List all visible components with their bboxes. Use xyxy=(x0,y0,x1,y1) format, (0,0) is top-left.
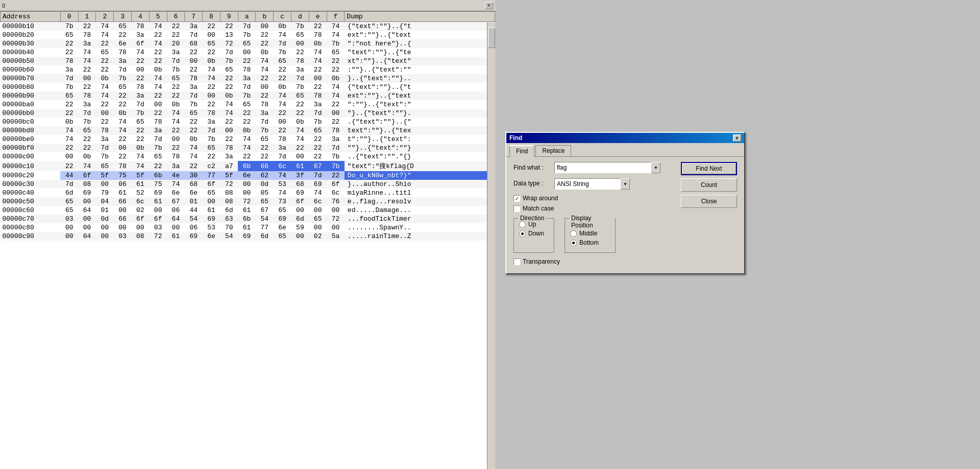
cell-byte: 65 xyxy=(96,161,114,171)
cell-byte: 74 xyxy=(185,152,203,161)
col-header-9: 9 xyxy=(220,12,238,22)
hex-editor: 0 × Address 0 1 2 3 4 5 6 7 8 9 a b xyxy=(0,0,495,469)
cell-byte: 0b xyxy=(291,118,309,126)
cell-byte: 78 xyxy=(78,91,96,100)
close-button[interactable]: Close xyxy=(681,195,737,208)
cell-byte: 63 xyxy=(220,215,238,223)
cell-byte[interactable]: 77 xyxy=(203,171,220,180)
cell-address: 00000b70 xyxy=(1,74,61,83)
cell-byte: 74 xyxy=(78,57,96,65)
cell-byte: 00 xyxy=(60,232,78,241)
cell-byte[interactable]: 7d xyxy=(309,171,327,180)
cell-byte[interactable]: 22 xyxy=(327,171,345,180)
position-middle-radio[interactable] xyxy=(570,230,577,237)
cell-byte: 61 xyxy=(238,206,256,215)
cell-byte: 00 xyxy=(327,223,345,232)
cell-byte[interactable]: 6b xyxy=(149,171,167,180)
cell-byte: 6f xyxy=(327,180,345,189)
cell-byte[interactable]: 75 xyxy=(114,171,132,180)
cell-byte[interactable]: 5f xyxy=(96,171,114,180)
cell-byte: 22 xyxy=(131,57,149,65)
cell-byte[interactable]: 74 xyxy=(274,171,291,180)
cell-byte: 3a xyxy=(149,126,167,135)
titlebar-close-button[interactable]: × xyxy=(485,2,493,9)
cell-byte[interactable]: 6c xyxy=(274,161,291,171)
cell-byte[interactable]: 61 xyxy=(291,161,309,171)
wrap-around-checkbox[interactable]: ✓ xyxy=(513,195,520,202)
cell-byte: 69 xyxy=(274,215,291,223)
cell-byte: 7d xyxy=(274,39,291,48)
cell-byte: 22 xyxy=(60,109,78,118)
cell-byte: 74 xyxy=(256,57,274,65)
cell-byte[interactable]: 3f xyxy=(291,171,309,180)
tab-find[interactable]: Find xyxy=(509,145,534,157)
tab-replace[interactable]: Replace xyxy=(535,145,571,156)
scrollbar[interactable] xyxy=(487,22,495,469)
cell-byte[interactable]: 44 xyxy=(60,171,78,180)
cell-byte: 22 xyxy=(256,144,274,152)
direction-up-radio[interactable] xyxy=(519,221,526,228)
cell-byte: 74 xyxy=(327,31,345,39)
cell-dump: ........SpawnY.. xyxy=(345,223,495,232)
cell-byte[interactable]: 4e xyxy=(167,171,185,180)
data-type-dropdown-arrow[interactable]: ▼ xyxy=(621,178,630,190)
radio-groups-area: Direction Up Down Displ xyxy=(513,217,672,253)
direction-down-radio[interactable] xyxy=(519,230,526,237)
find-what-dropdown-arrow[interactable]: ▼ xyxy=(651,162,660,173)
data-type-input[interactable] xyxy=(554,178,621,190)
transparency-checkbox[interactable] xyxy=(513,259,520,265)
cell-address: 00000bf0 xyxy=(1,144,61,152)
cell-byte[interactable]: 5f xyxy=(131,171,149,180)
cell-byte: 00 xyxy=(291,39,309,48)
match-case-checkbox[interactable] xyxy=(513,205,520,212)
cell-byte[interactable]: 6e xyxy=(238,171,256,180)
cell-byte: c2 xyxy=(203,161,220,171)
count-button[interactable]: Count xyxy=(681,178,737,192)
cell-dump: ""}..{"text":""} xyxy=(345,144,495,152)
scrollbar-thumb[interactable] xyxy=(488,28,495,48)
cell-byte: 54 xyxy=(185,215,203,223)
table-row: 00000c307d080006617574686f72000d5368696f… xyxy=(1,180,495,189)
cell-byte: 72 xyxy=(220,39,238,48)
table-row: 00000bd074657874223a22227d000b7b22746578… xyxy=(1,126,495,135)
position-bottom-radio[interactable] xyxy=(570,240,577,246)
cell-dump: ":"not here"}..{ xyxy=(345,39,495,48)
cell-byte[interactable]: 5f xyxy=(220,171,238,180)
cell-byte: 0b xyxy=(131,144,149,152)
col-header-6: 6 xyxy=(167,12,185,22)
cell-address: 00000c20 xyxy=(1,171,61,180)
cell-byte[interactable]: 66 xyxy=(256,161,274,171)
col-header-8: 8 xyxy=(203,12,220,22)
cell-byte: 22 xyxy=(149,91,167,100)
find-what-row: Find what : ▼ xyxy=(513,162,672,173)
find-what-input[interactable] xyxy=(554,162,651,173)
cell-byte: 22 xyxy=(309,65,327,74)
cell-dump: .{"text":""}..{" xyxy=(345,118,495,126)
cell-byte[interactable]: 6b xyxy=(238,161,256,171)
find-next-button[interactable]: Find Next xyxy=(681,162,737,175)
cell-byte: 22 xyxy=(78,83,96,91)
cell-dump: ext":""}..{"text xyxy=(345,91,495,100)
cell-byte[interactable]: 30 xyxy=(185,171,203,180)
cell-byte[interactable]: 6f xyxy=(78,171,96,180)
data-type-row: Data type : ▼ xyxy=(513,177,672,190)
cell-byte: 61 xyxy=(203,206,220,215)
cell-byte[interactable]: 67 xyxy=(309,161,327,171)
direction-up-label: Up xyxy=(528,221,536,228)
cell-byte[interactable]: 62 xyxy=(256,171,274,180)
cell-byte: 22 xyxy=(220,22,238,31)
cell-byte: 66 xyxy=(114,215,132,223)
cell-byte: 3a xyxy=(203,118,220,126)
col-header-a: a xyxy=(238,12,256,22)
cell-byte: 74 xyxy=(256,65,274,74)
cell-byte[interactable]: 7b xyxy=(327,161,345,171)
col-header-0: 0 xyxy=(60,12,78,22)
cell-byte: 74 xyxy=(60,126,78,135)
cell-byte: 3a xyxy=(60,65,78,74)
cell-byte: 64 xyxy=(78,206,96,215)
cell-byte: 74 xyxy=(274,100,291,109)
direction-down-row: Down xyxy=(519,230,549,237)
cell-byte: 22 xyxy=(96,100,114,109)
find-dialog-close-icon[interactable]: × xyxy=(733,134,741,142)
cell-byte: 00 xyxy=(327,206,345,215)
